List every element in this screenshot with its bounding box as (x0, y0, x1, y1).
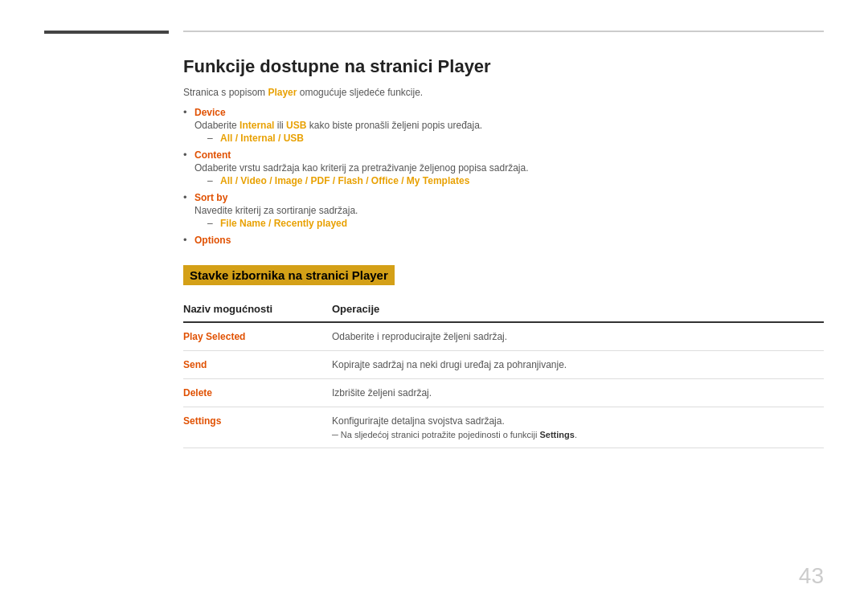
options-table: Naziv mogućnosti Operacije Play Selected… (183, 298, 824, 448)
sub-item-device: All / Internal / USB (207, 133, 824, 144)
row-name-play-selected: Play Selected (183, 322, 332, 351)
feature-sortby-desc: Navedite kriterij za sortiranje sadržaja… (194, 205, 824, 216)
feature-device-desc: Odaberite Internal ili USB kako biste pr… (194, 120, 824, 131)
table-row: Settings Konfigurirajte detaljna svojstv… (183, 407, 824, 448)
feature-sortby: Sort by Navedite kriterij za sortiranje … (183, 191, 824, 229)
intro-highlight: Player (268, 87, 297, 98)
sub-item-content: All / Video / Image / PDF / Flash / Offi… (207, 175, 824, 186)
feature-content-label: Content (194, 149, 231, 161)
row-name-delete: Delete (183, 379, 332, 407)
intro-before: Stranica s popisom (183, 87, 268, 98)
section-title: Stavke izbornika na stranici Player (183, 265, 395, 285)
page-container: Funkcije dostupne na stranici Player Str… (0, 0, 868, 613)
table-header-row: Naziv mogućnosti Operacije (183, 298, 824, 322)
feature-sortby-label: Sort by (194, 192, 227, 203)
col-header-operation: Operacije (332, 298, 824, 322)
row-name-send: Send (183, 351, 332, 379)
table-row: Play Selected Odaberite i reproducirajte… (183, 322, 824, 351)
page-number: 43 (799, 563, 824, 589)
feature-options: Options (183, 234, 824, 246)
top-bar-accent (44, 31, 169, 34)
row-op-delete: Izbrišite željeni sadržaj. (332, 379, 824, 407)
row-op-settings: Konfigurirajte detaljna svojstva sadržaj… (332, 407, 824, 448)
feature-content-subitems: All / Video / Image / PDF / Flash / Offi… (194, 175, 824, 186)
features-list: Device Odaberite Internal ili USB kako b… (183, 106, 824, 246)
row-name-settings: Settings (183, 407, 332, 448)
intro-after: omogućuje sljedeće funkcije. (297, 87, 423, 98)
feature-device-label: Device (194, 107, 226, 118)
table-row: Delete Izbrišite željeni sadržaj. (183, 379, 824, 407)
intro-text: Stranica s popisom Player omogućuje slje… (183, 87, 824, 98)
content-area: Funkcije dostupne na stranici Player Str… (183, 48, 824, 448)
feature-content-desc: Odaberite vrstu sadržaja kao kriterij za… (194, 162, 824, 174)
feature-sortby-subitems: File Name / Recently played (194, 218, 824, 229)
row-op-play-selected: Odaberite i reproducirajte željeni sadrž… (332, 322, 824, 351)
feature-device-subitems: All / Internal / USB (194, 133, 824, 144)
feature-device: Device Odaberite Internal ili USB kako b… (183, 106, 824, 144)
row-op-send: Kopirajte sadržaj na neki drugi uređaj z… (332, 351, 824, 379)
feature-content: Content Odaberite vrstu sadržaja kao kri… (183, 149, 824, 186)
sub-item-sortby: File Name / Recently played (207, 218, 824, 229)
settings-note: Na sljedećoj stranici potražite pojedino… (332, 430, 824, 439)
settings-op-text: Konfigurirajte detaljna svojstva sadržaj… (332, 415, 505, 427)
top-bar (183, 31, 824, 32)
col-header-name: Naziv mogućnosti (183, 298, 332, 322)
main-title: Funkcije dostupne na stranici Player (183, 56, 824, 77)
table-row: Send Kopirajte sadržaj na neki drugi ure… (183, 351, 824, 379)
feature-options-label: Options (194, 235, 231, 246)
